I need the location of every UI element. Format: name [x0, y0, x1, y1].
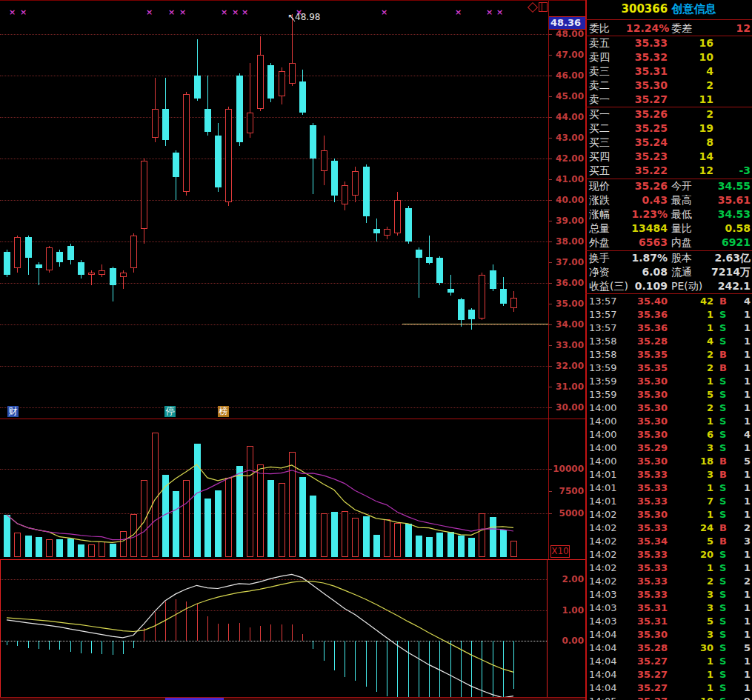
volume-bar[interactable] — [500, 530, 507, 557]
sell-price[interactable]: 35.32 — [626, 50, 668, 64]
candle[interactable] — [194, 76, 201, 99]
volume-bar[interactable] — [416, 536, 422, 557]
candle[interactable] — [14, 237, 21, 268]
volume-bar[interactable] — [510, 541, 517, 557]
volume-bar[interactable] — [257, 464, 264, 557]
candle[interactable] — [352, 171, 359, 196]
candle[interactable] — [110, 268, 116, 284]
volume-bar[interactable] — [25, 536, 32, 557]
candle[interactable] — [331, 161, 338, 196]
volume-bar[interactable] — [321, 513, 327, 558]
volume-bar[interactable] — [56, 539, 63, 557]
volume-bar[interactable] — [310, 496, 316, 557]
candle[interactable] — [130, 236, 137, 269]
candle[interactable] — [78, 262, 84, 275]
candle[interactable] — [25, 237, 32, 258]
volume-bar[interactable] — [447, 532, 454, 557]
candle[interactable] — [56, 252, 63, 262]
sell-row[interactable]: 卖二35.302 — [585, 79, 752, 93]
volume-bar[interactable] — [236, 466, 243, 557]
volume-bar[interactable] — [120, 531, 127, 557]
volume-bar[interactable] — [490, 517, 496, 557]
sell-row[interactable]: 卖三35.314 — [585, 64, 752, 79]
candle[interactable] — [67, 246, 74, 261]
volume-bar[interactable] — [247, 446, 253, 557]
candle[interactable] — [468, 310, 475, 319]
volume-bar[interactable] — [426, 537, 433, 557]
candle[interactable] — [162, 109, 169, 140]
candle[interactable] — [394, 200, 401, 233]
volume-bar[interactable] — [384, 519, 390, 557]
candle[interactable] — [267, 65, 274, 99]
candle[interactable] — [152, 109, 159, 138]
candle[interactable] — [490, 270, 496, 289]
volume-bar[interactable] — [215, 490, 222, 557]
volume-bar[interactable] — [88, 544, 95, 557]
buy-row[interactable]: 买二35.2519 — [585, 121, 752, 136]
candle[interactable] — [321, 150, 327, 171]
candle[interactable] — [279, 71, 285, 96]
candle[interactable] — [479, 275, 485, 319]
volume-bar[interactable] — [479, 513, 485, 558]
sell-row[interactable]: 卖一35.2711 — [585, 93, 752, 107]
volume-bar[interactable] — [458, 536, 465, 557]
volume-pane[interactable] — [0, 419, 548, 559]
chart-tag-button[interactable]: 财 — [7, 406, 19, 417]
volume-bar[interactable] — [204, 499, 211, 557]
sell-price[interactable]: 35.31 — [626, 64, 668, 79]
volume-bar[interactable] — [468, 538, 475, 557]
chart-tag-button[interactable]: 停 — [164, 406, 176, 417]
candle[interactable] — [405, 208, 412, 241]
candle[interactable] — [510, 298, 517, 308]
candle[interactable] — [426, 257, 433, 263]
kline-pane[interactable]: ×××××××××××××财停榜 — [0, 0, 548, 418]
candle[interactable] — [416, 250, 422, 258]
volume-bar[interactable] — [394, 523, 401, 557]
split-pane-icon[interactable] — [539, 2, 548, 12]
volume-bar[interactable] — [4, 515, 10, 557]
volume-bar[interactable] — [173, 491, 179, 557]
candle[interactable] — [99, 270, 105, 275]
volume-bar[interactable] — [194, 444, 201, 557]
volume-bar[interactable] — [67, 539, 74, 557]
volume-bar[interactable] — [99, 541, 105, 557]
candle[interactable] — [183, 94, 190, 192]
volume-bar[interactable] — [279, 483, 285, 557]
sell-row[interactable]: 卖四35.3210 — [585, 50, 752, 64]
stock-title[interactable]: 300366 创意信息 — [585, 2, 752, 16]
candle[interactable] — [363, 167, 370, 216]
volume-bar[interactable] — [152, 433, 159, 557]
volume-bar[interactable] — [352, 518, 359, 557]
candle[interactable] — [141, 161, 147, 229]
buy-price[interactable]: 35.22 — [626, 164, 668, 178]
sell-price[interactable]: 35.33 — [626, 36, 668, 50]
candle[interactable] — [46, 247, 53, 270]
volume-bar[interactable] — [162, 475, 169, 557]
sell-price[interactable]: 35.30 — [626, 79, 668, 93]
volume-bar[interactable] — [46, 539, 53, 557]
candle[interactable] — [204, 109, 211, 132]
volume-bar[interactable] — [299, 477, 306, 557]
buy-price[interactable]: 35.26 — [626, 107, 668, 121]
volume-bar[interactable] — [78, 544, 84, 557]
buy-row[interactable]: 买四35.2314 — [585, 150, 752, 164]
volume-bar[interactable] — [373, 535, 380, 557]
volume-bar[interactable] — [183, 480, 190, 557]
candle[interactable] — [36, 264, 42, 269]
volume-bar[interactable] — [289, 452, 296, 557]
chart-tag-button[interactable]: 榜 — [218, 406, 229, 417]
candle[interactable] — [500, 289, 507, 304]
candle[interactable] — [225, 109, 232, 202]
candle[interactable] — [384, 229, 390, 235]
volume-bar[interactable] — [225, 478, 232, 557]
volume-bar[interactable] — [130, 514, 137, 557]
candle[interactable] — [447, 289, 454, 292]
candle[interactable] — [236, 76, 243, 142]
buy-price[interactable]: 35.25 — [626, 121, 668, 136]
volume-bar[interactable] — [436, 533, 443, 557]
candle[interactable] — [310, 125, 316, 159]
volume-bar[interactable] — [14, 533, 21, 557]
buy-row[interactable]: 买一35.262 — [585, 107, 752, 121]
candle[interactable] — [257, 55, 264, 109]
tick-trade-list[interactable]: 13:5735.4042B413:5735.361S113:5735.361S1… — [585, 295, 752, 700]
